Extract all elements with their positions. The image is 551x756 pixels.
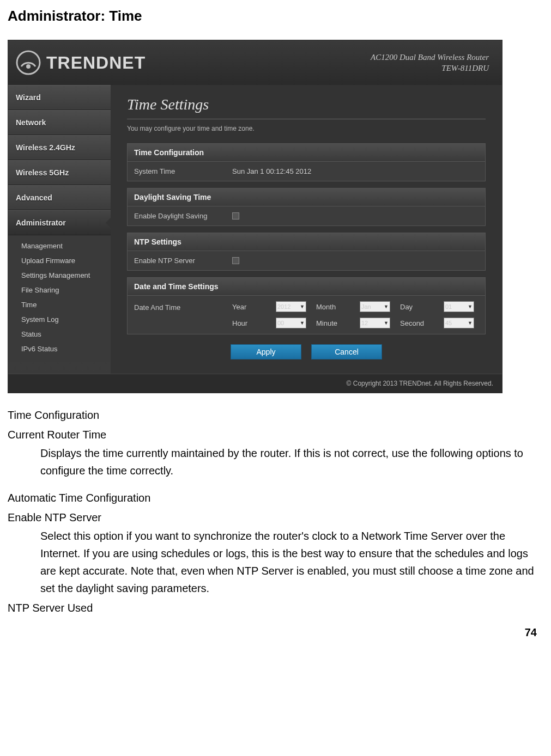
label-day: Day	[400, 303, 438, 311]
chevron-down-icon: ▼	[468, 304, 473, 309]
router-footer-copyright: © Copyright 2013 TRENDnet. All Rights Re…	[8, 374, 502, 393]
nav-administrator[interactable]: Administrator	[8, 210, 111, 235]
label-system-time: System Time	[134, 167, 226, 175]
select-minute[interactable]: 12▼	[360, 318, 390, 328]
doc-item-body-current-router-time: Displays the time currently maintained b…	[40, 444, 541, 479]
chevron-down-icon: ▼	[300, 320, 305, 326]
brand-icon	[16, 50, 41, 75]
doc-item-title-ntp-server-used: NTP Server Used	[8, 599, 541, 617]
label-enable-ntp: Enable NTP Server	[134, 257, 226, 265]
section-date-time-settings: Date and Time Settings Date And Time Yea…	[127, 277, 486, 334]
document-body-text: Time Configuration Current Router Time D…	[8, 406, 541, 617]
section-header-dst: Daylight Saving Time	[128, 188, 485, 206]
label-month: Month	[316, 303, 354, 311]
section-header-ntp: NTP Settings	[128, 233, 485, 251]
device-info: AC1200 Dual Band Wireless Router TEW-811…	[371, 52, 489, 74]
content-panel: Time Settings You may configure your tim…	[111, 85, 502, 374]
page-title: Administrator: Time	[8, 8, 541, 25]
nav-sub-status[interactable]: Status	[8, 327, 111, 342]
content-title: Time Settings	[127, 96, 486, 119]
chevron-down-icon: ▼	[384, 304, 389, 309]
select-second[interactable]: 45▼	[444, 318, 474, 328]
sidebar: Wizard Network Wireless 2.4GHz Wireless …	[8, 85, 111, 374]
label-enable-dst: Enable Daylight Saving	[134, 212, 226, 220]
doc-item-body-enable-ntp: Select this option if you want to synchr…	[40, 527, 541, 597]
label-minute: Minute	[316, 319, 354, 327]
brand-logo: TRENDNET	[16, 50, 146, 75]
nav-sub-system-log[interactable]: System Log	[8, 312, 111, 327]
nav-sub-file-sharing[interactable]: File Sharing	[8, 283, 111, 297]
brand-text: TRENDNET	[46, 53, 146, 73]
svg-point-1	[26, 64, 31, 69]
select-month[interactable]: Jan▼	[360, 301, 390, 312]
label-hour: Hour	[232, 319, 270, 327]
value-system-time: Sun Jan 1 00:12:45 2012	[232, 167, 311, 175]
doc-item-title-current-router-time: Current Router Time	[8, 426, 541, 443]
nav-sub-settings-management[interactable]: Settings Management	[8, 268, 111, 283]
content-subtitle: You may configure your time and time zon…	[127, 125, 486, 132]
device-name-line1: AC1200 Dual Band Wireless Router	[371, 52, 489, 63]
select-year[interactable]: 2012▼	[276, 301, 306, 312]
section-header-time-config: Time Configuration	[128, 144, 485, 162]
router-header: TRENDNET AC1200 Dual Band Wireless Route…	[8, 40, 502, 85]
cancel-button[interactable]: Cancel	[311, 344, 382, 359]
nav-network[interactable]: Network	[8, 110, 111, 135]
label-date-and-time: Date And Time	[134, 301, 226, 312]
nav-sub-management[interactable]: Management	[8, 239, 111, 253]
nav-sub-time[interactable]: Time	[8, 297, 111, 312]
checkbox-enable-dst[interactable]	[232, 212, 239, 220]
chevron-down-icon: ▼	[384, 320, 389, 326]
select-day[interactable]: 01▼	[444, 301, 474, 312]
label-year: Year	[232, 303, 270, 311]
section-ntp-settings: NTP Settings Enable NTP Server	[127, 233, 486, 271]
nav-wireless5[interactable]: Wireless 5GHz	[8, 160, 111, 185]
nav-wizard[interactable]: Wizard	[8, 85, 111, 110]
device-name-line2: TEW-811DRU	[371, 63, 489, 74]
checkbox-enable-ntp[interactable]	[232, 257, 239, 264]
label-second: Second	[400, 319, 438, 327]
chevron-down-icon: ▼	[468, 320, 473, 326]
section-time-configuration: Time Configuration System Time Sun Jan 1…	[127, 143, 486, 181]
select-hour[interactable]: 00▼	[276, 318, 306, 328]
apply-button[interactable]: Apply	[231, 344, 301, 359]
chevron-down-icon: ▼	[300, 304, 305, 309]
nav-wireless24[interactable]: Wireless 2.4GHz	[8, 135, 111, 160]
doc-section-title-1: Time Configuration	[8, 406, 541, 424]
nav-sub-ipv6-status[interactable]: IPv6 Status	[8, 342, 111, 356]
doc-section-title-2: Automatic Time Configuration	[8, 489, 541, 507]
nav-advanced[interactable]: Advanced	[8, 185, 111, 210]
page-number: 74	[8, 626, 541, 639]
nav-sub-items: Management Upload Firmware Settings Mana…	[8, 235, 111, 362]
doc-item-title-enable-ntp: Enable NTP Server	[8, 509, 541, 526]
section-header-datetime: Date and Time Settings	[128, 278, 485, 296]
nav-sub-upload-firmware[interactable]: Upload Firmware	[8, 253, 111, 268]
router-screenshot: TRENDNET AC1200 Dual Band Wireless Route…	[8, 40, 502, 393]
section-daylight-saving: Daylight Saving Time Enable Daylight Sav…	[127, 188, 486, 226]
